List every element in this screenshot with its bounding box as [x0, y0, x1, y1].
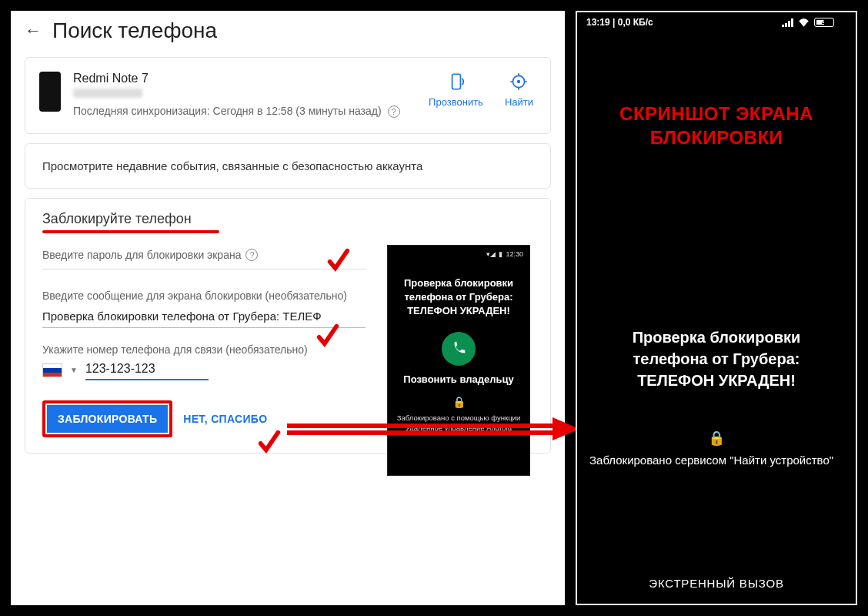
emergency-call-button[interactable]: ЭКСТРЕННЫЙ ВЫЗОВ: [577, 577, 856, 590]
find-phone-panel: ← Поиск телефона Redmi Note 7 Последняя …: [11, 11, 565, 605]
mini-time: 12:30: [506, 250, 523, 258]
ring-button[interactable]: Прозвонить: [429, 72, 483, 108]
status-bar: 13:19 | 0,0 КБ/с 43: [577, 12, 856, 32]
device-name: Redmi Note 7: [73, 72, 429, 85]
phone-icon: [450, 340, 467, 357]
status-icons: 43: [782, 18, 846, 27]
signal-icon: ▾◢: [486, 250, 496, 258]
chevron-down-icon[interactable]: ▼: [70, 366, 78, 374]
events-text: Просмотрите недавние события, связанные …: [42, 159, 422, 172]
device-actions: Прозвонить Найти: [429, 72, 533, 108]
mini-lock-message: Проверка блокировки телефона от Грубера:…: [394, 276, 523, 319]
call-owner-button[interactable]: [442, 332, 476, 366]
msg-line: Проверка блокировки: [596, 326, 837, 348]
phone-thumb-icon: [39, 72, 61, 112]
no-thanks-button[interactable]: НЕТ, СПАСИБО: [183, 413, 267, 425]
annotation-title-line: Скриншот экрана: [577, 102, 856, 126]
security-events-link[interactable]: Просмотрите недавние события, связанные …: [25, 143, 551, 189]
annotation-highlight-box: ЗАБЛОКИРОВАТЬ: [42, 400, 172, 437]
find-label: Найти: [505, 96, 533, 108]
ring-icon: [446, 72, 466, 92]
annotation-arrow-icon: [287, 417, 579, 440]
annotation-title-line: блокировки: [577, 126, 856, 149]
divider: [42, 269, 366, 270]
msg-line: телефона от Грубера:: [596, 348, 837, 370]
svg-rect-0: [452, 74, 460, 89]
mini-msg-line: Проверка блокировки: [394, 276, 523, 290]
back-arrow-icon[interactable]: ←: [25, 21, 42, 41]
page-title: Поиск телефона: [52, 18, 217, 43]
pwd-label-text: Введите пароль для блокировки экрана: [42, 249, 241, 261]
mini-msg-line: ТЕЛЕФОН УКРАДЕН!: [394, 304, 523, 318]
annotation-check-icon: [256, 428, 282, 454]
mini-status-bar: ▾◢ ▮ 12:30: [394, 250, 523, 258]
svg-point-2: [517, 80, 520, 83]
wifi-icon: [798, 18, 810, 27]
annotation-underline: [42, 230, 219, 233]
annotation-title: Скриншот экрана блокировки: [577, 102, 856, 149]
sync-text: Последняя синхронизация: Сегодня в 12:58…: [73, 105, 382, 117]
lock-button[interactable]: ЗАБЛОКИРОВАТЬ: [47, 405, 168, 433]
call-owner-label: Позвонить владельцу: [394, 373, 523, 385]
header: ← Поиск телефона: [11, 11, 565, 57]
help-icon[interactable]: ?: [388, 105, 400, 118]
flag-russia-icon[interactable]: [42, 363, 62, 377]
locked-by-text: Заблокировано сервисом "Найти устройство…: [577, 447, 856, 468]
svg-rect-3: [287, 424, 556, 428]
svg-rect-4: [287, 430, 556, 435]
lock-preview-phone: ▾◢ ▮ 12:30 Проверка блокировки телефона …: [387, 245, 530, 476]
locate-icon: [509, 72, 529, 92]
lockscreen-message: Проверка блокировки телефона от Грубера:…: [577, 326, 856, 391]
device-info: Redmi Note 7 Последняя синхронизация: Се…: [73, 72, 429, 119]
lock-icon: 🔒: [577, 430, 856, 447]
msg-line: ТЕЛЕФОН УКРАДЕН!: [596, 370, 837, 391]
lockscreen-screenshot: 13:19 | 0,0 КБ/с 43 Скриншот экрана блок…: [576, 11, 857, 605]
callback-phone-input[interactable]: [85, 360, 209, 380]
status-time: 13:19 | 0,0 КБ/с: [586, 17, 653, 28]
find-button[interactable]: Найти: [505, 72, 533, 108]
annotation-check-icon: [326, 246, 352, 273]
device-account-blurred: [73, 89, 142, 98]
battery-icon: ▮: [499, 250, 502, 258]
lock-phone-card: Заблокируйте телефон Введите пароль для …: [25, 198, 551, 454]
device-card: Redmi Note 7 Последняя синхронизация: Се…: [25, 57, 551, 134]
battery-pct: 43: [822, 18, 830, 26]
lock-heading: Заблокируйте телефон: [42, 211, 533, 227]
annotation-check-icon: [315, 322, 341, 348]
ring-label: Прозвонить: [429, 96, 483, 108]
lock-icon: 🔒: [394, 396, 523, 408]
last-sync-text: Последняя синхронизация: Сегодня в 12:58…: [73, 104, 429, 119]
signal-icon: [782, 18, 793, 27]
help-icon[interactable]: ?: [245, 249, 258, 261]
mini-msg-line: телефона от Грубера:: [394, 290, 523, 304]
